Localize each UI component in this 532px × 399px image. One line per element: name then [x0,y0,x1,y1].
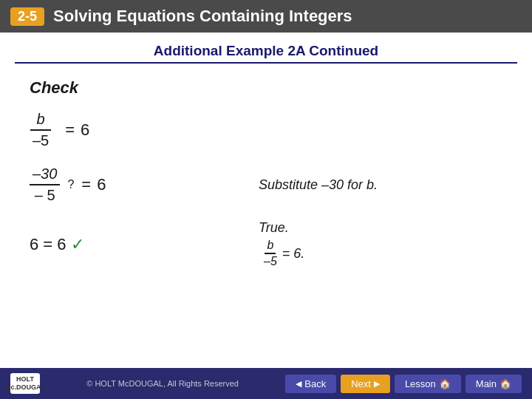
equation3-left-text: 6 = 6 [30,235,66,254]
equation2-value: 6 [97,175,106,194]
equation1-left: b –5 = 6 [30,111,236,149]
fraction1: b –5 [30,111,52,149]
subheader-text: Additional Example 2A Continued [154,43,378,58]
equation3-row: 6 = 6 ✓ True. b –5 = 6. [30,220,502,268]
true-fraction-den: –5 [262,254,279,268]
holt-logo: HOLTMc.DOUGAL [10,373,40,394]
next-label: Next [351,378,371,389]
question-mark: ? [67,178,74,191]
equation2-left: –30 – 5 ? = 6 [30,166,236,204]
fraction2-numerator: –30 [30,166,60,185]
header: 2-5 Solving Equations Containing Integer… [0,0,532,33]
back-button[interactable]: ◀ Back [285,375,336,393]
true-fraction-row: b –5 = 6. [259,239,304,268]
lesson-button[interactable]: Lesson 🏠 [395,375,461,393]
fraction1-numerator: b [30,111,51,131]
true-fraction-num: b [265,239,276,254]
equation3-note: True. b –5 = 6. [259,220,304,268]
main-icon: 🏠 [499,378,511,389]
footer-logo: HOLTMc.DOUGAL [10,373,40,394]
equation1-equals: = [65,120,75,140]
lesson-badge: 2-5 [10,7,44,26]
fraction1-denominator: –5 [30,131,52,149]
main-label: Main [476,378,497,389]
footer-nav: ◀ Back Next ▶ Lesson 🏠 Main 🏠 [285,375,522,393]
true-fraction: b –5 [262,239,279,268]
equation3-left: 6 = 6 ✓ [30,235,236,254]
equation2-equals: = [81,175,91,194]
true-note: True. b –5 = 6. [259,220,304,268]
check-label: Check [30,78,502,98]
equation2-row: –30 – 5 ? = 6 Substitute –30 for b. [30,166,502,204]
equation1-value: 6 [81,120,89,140]
copyright-text: © HOLT McDOUGAL, All Rights Reserved [86,379,239,388]
next-button[interactable]: Next ▶ [341,375,390,393]
subheader: Additional Example 2A Continued [15,33,517,64]
back-label: Back [304,378,326,389]
back-arrow-icon: ◀ [296,379,301,389]
true-text: True. [259,220,304,236]
next-arrow-icon: ▶ [374,379,380,389]
fraction2-denominator: – 5 [32,185,58,204]
equation2-note: Substitute –30 for b. [259,177,378,193]
true-equals: = 6. [282,246,305,262]
footer: HOLTMc.DOUGAL © HOLT McDOUGAL, All Right… [0,368,532,399]
main-button[interactable]: Main 🏠 [466,375,522,393]
checkmark-icon: ✓ [71,235,84,254]
main-content: Check b –5 = 6 –30 – 5 ? = 6 Substitute … [0,64,532,292]
equation1-row: b –5 = 6 [30,111,502,149]
fraction2: –30 – 5 [30,166,60,204]
lesson-label: Lesson [405,378,436,389]
lesson-icon: 🏠 [439,378,451,389]
header-title: Solving Equations Containing Integers [53,7,352,26]
